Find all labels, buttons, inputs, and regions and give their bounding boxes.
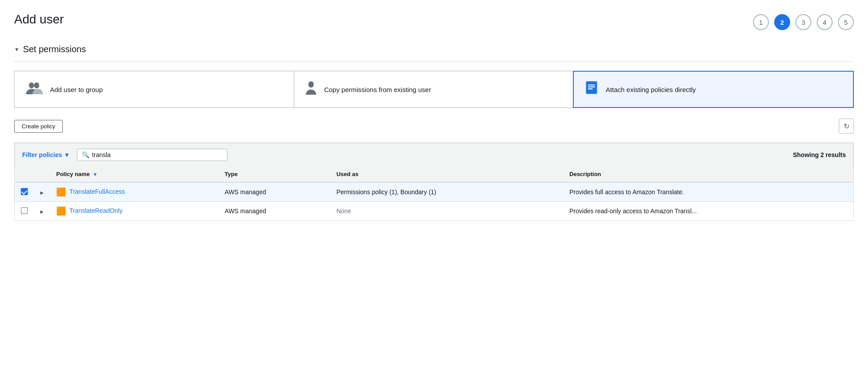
row2-policy-icon: 🟧 [56, 207, 66, 215]
row2-none-text: None [336, 207, 351, 215]
page-title: Add user [14, 12, 64, 27]
row2-used-as-cell: None [330, 202, 563, 221]
row1-expand-arrow[interactable]: ▶ [40, 190, 44, 195]
row2-expand-arrow[interactable]: ▶ [40, 209, 44, 214]
filter-policies-label: Filter policies [22, 151, 62, 158]
th-used-as: Used as [330, 166, 563, 182]
policies-table: Policy name ▼ Type Used as Description ▶ [15, 166, 853, 220]
permission-options: Add user to group Copy permissions from … [14, 71, 854, 108]
row1-checkbox-cell[interactable] [15, 182, 34, 202]
filter-policies-button[interactable]: Filter policies ▼ [22, 151, 70, 158]
toolbar-row: Create policy ↻ [14, 119, 854, 134]
step-5[interactable]: 5 [838, 14, 854, 30]
th-checkbox [15, 166, 34, 182]
row1-checkbox[interactable] [21, 188, 28, 195]
svg-rect-6 [588, 88, 593, 89]
attach-policies-label: Attach existing policies directly [606, 85, 695, 94]
th-policy-name[interactable]: Policy name ▼ [50, 166, 219, 182]
search-input[interactable] [92, 151, 223, 158]
svg-rect-3 [586, 81, 597, 94]
step-2[interactable]: 2 [774, 14, 790, 30]
row1-description-cell: Provides full access to Amazon Translate… [563, 182, 853, 202]
add-to-group-label: Add user to group [50, 85, 103, 94]
svg-rect-5 [588, 86, 595, 87]
filter-bar: Filter policies ▼ 🔍 Showing 2 results [15, 143, 853, 166]
page-container: Add user 1 2 3 4 5 ▼ Set permissions [0, 0, 868, 233]
svg-point-0 [29, 82, 34, 88]
filter-chevron-icon: ▼ [64, 151, 70, 158]
search-icon: 🔍 [82, 151, 89, 158]
table-row: ▶ 🟧 TranslateReadOnly AWS managed None P… [15, 202, 853, 221]
table-header-row: Policy name ▼ Type Used as Description [15, 166, 853, 182]
svg-point-1 [34, 82, 39, 88]
section-chevron: ▼ [14, 46, 19, 53]
permission-card-add-to-group[interactable]: Add user to group [14, 71, 294, 108]
step-indicators: 1 2 3 4 5 [753, 12, 854, 30]
policies-table-container: Filter policies ▼ 🔍 Showing 2 results Po… [14, 142, 854, 221]
search-wrapper: 🔍 [77, 149, 227, 161]
row2-checkbox[interactable] [21, 207, 28, 214]
section-title: Set permissions [23, 44, 86, 54]
row2-description-cell: Provides read-only access to Amazon Tran… [563, 202, 853, 221]
th-expand [34, 166, 50, 182]
row2-checkbox-cell[interactable] [15, 202, 34, 221]
refresh-button[interactable]: ↻ [839, 119, 854, 134]
th-type: Type [219, 166, 330, 182]
step-4[interactable]: 4 [817, 14, 833, 30]
user-icon [305, 81, 317, 98]
permission-card-attach-policies[interactable]: Attach existing policies directly [573, 71, 854, 108]
row1-expand-cell[interactable]: ▶ [34, 182, 50, 202]
refresh-icon: ↻ [844, 122, 849, 131]
row1-policy-link[interactable]: TranslateFullAccess [69, 188, 125, 195]
document-icon [584, 81, 599, 98]
row1-policy-icon: 🟧 [56, 188, 66, 196]
permission-card-copy-permissions[interactable]: Copy permissions from existing user [294, 71, 573, 108]
th-description: Description [563, 166, 853, 182]
step-1[interactable]: 1 [753, 14, 769, 30]
create-policy-button[interactable]: Create policy [14, 120, 63, 133]
results-count: Showing 2 results [793, 151, 846, 158]
svg-point-2 [308, 81, 313, 88]
users-icon [25, 81, 43, 98]
row2-type-cell: AWS managed [219, 202, 330, 221]
row2-expand-cell[interactable]: ▶ [34, 202, 50, 221]
row1-policy-name-cell: 🟧 TranslateFullAccess [50, 182, 219, 202]
row2-policy-name-cell: 🟧 TranslateReadOnly [50, 202, 219, 221]
row1-type-cell: AWS managed [219, 182, 330, 202]
sort-arrow-icon: ▼ [93, 172, 98, 177]
svg-rect-4 [588, 84, 595, 85]
row2-policy-link[interactable]: TranslateReadOnly [69, 207, 123, 214]
copy-permissions-label: Copy permissions from existing user [324, 85, 431, 94]
table-row: ▶ 🟧 TranslateFullAccess AWS managed Perm… [15, 182, 853, 202]
step-3[interactable]: 3 [795, 14, 811, 30]
row1-used-as-cell: Permissions policy (1), Boundary (1) [330, 182, 563, 202]
section-divider [14, 61, 854, 62]
header-row: Add user 1 2 3 4 5 [14, 12, 854, 30]
set-permissions-section: ▼ Set permissions [14, 44, 854, 54]
